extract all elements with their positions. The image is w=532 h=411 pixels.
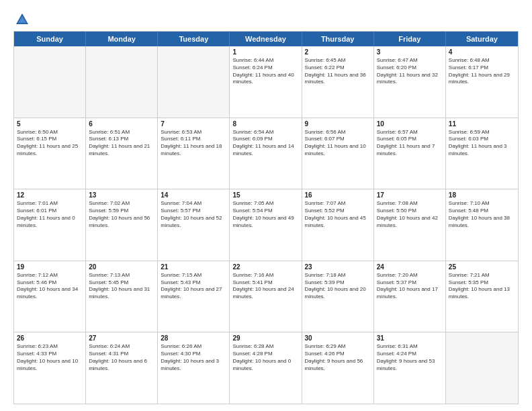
header-day-saturday: Saturday [446, 32, 518, 46]
day-number: 1 [232, 48, 298, 56]
cal-cell: 31Sunrise: 6:31 AMSunset: 4:24 PMDayligh… [374, 332, 446, 404]
cell-info: Sunrise: 6:51 AMSunset: 6:13 PMDaylight:… [89, 129, 154, 158]
header-day-tuesday: Tuesday [158, 32, 230, 46]
cal-cell: 14Sunrise: 7:04 AMSunset: 5:57 PMDayligh… [158, 189, 230, 261]
cal-cell: 13Sunrise: 7:02 AMSunset: 5:59 PMDayligh… [86, 189, 158, 261]
cell-info: Sunrise: 7:10 AMSunset: 5:48 PMDaylight:… [449, 200, 515, 229]
day-number: 18 [449, 191, 515, 199]
cal-cell: 29Sunrise: 6:28 AMSunset: 4:28 PMDayligh… [230, 332, 302, 404]
cell-info: Sunrise: 7:20 AMSunset: 5:37 PMDaylight:… [377, 272, 443, 301]
cell-info: Sunrise: 6:23 AMSunset: 4:33 PMDaylight:… [17, 343, 83, 372]
cell-info: Sunrise: 7:02 AMSunset: 5:59 PMDaylight:… [89, 200, 154, 229]
day-number: 5 [17, 120, 83, 128]
day-number: 20 [89, 263, 154, 271]
cell-info: Sunrise: 6:56 AMSunset: 6:07 PMDaylight:… [305, 129, 371, 158]
day-number: 21 [161, 263, 226, 271]
day-number: 8 [232, 120, 298, 128]
cal-cell: 19Sunrise: 7:12 AMSunset: 5:46 PMDayligh… [14, 261, 86, 332]
cell-info: Sunrise: 7:18 AMSunset: 5:39 PMDaylight:… [305, 272, 371, 301]
cal-cell: 26Sunrise: 6:23 AMSunset: 4:33 PMDayligh… [14, 332, 86, 404]
cal-cell: 2Sunrise: 6:45 AMSunset: 6:22 PMDaylight… [302, 46, 374, 118]
day-number: 31 [377, 334, 443, 342]
day-number: 28 [161, 334, 226, 342]
day-number: 17 [377, 191, 443, 199]
day-number: 15 [232, 191, 298, 199]
day-number: 4 [449, 48, 515, 56]
cal-cell: 12Sunrise: 7:01 AMSunset: 6:01 PMDayligh… [14, 189, 86, 261]
cal-cell [14, 46, 86, 118]
calendar-header: SundayMondayTuesdayWednesdayThursdayFrid… [14, 32, 518, 46]
cal-cell: 1Sunrise: 6:44 AMSunset: 6:24 PMDaylight… [230, 46, 302, 118]
cal-cell: 21Sunrise: 7:15 AMSunset: 5:43 PMDayligh… [158, 261, 230, 332]
day-number: 30 [305, 334, 371, 342]
day-number: 24 [377, 263, 443, 271]
cell-info: Sunrise: 6:47 AMSunset: 6:20 PMDaylight:… [377, 57, 443, 86]
header-day-monday: Monday [86, 32, 158, 46]
cal-cell: 27Sunrise: 6:24 AMSunset: 4:31 PMDayligh… [86, 332, 158, 404]
cell-info: Sunrise: 6:26 AMSunset: 4:30 PMDaylight:… [161, 343, 226, 372]
cal-cell: 20Sunrise: 7:13 AMSunset: 5:45 PMDayligh… [86, 261, 158, 332]
cal-cell: 5Sunrise: 6:50 AMSunset: 6:15 PMDaylight… [14, 118, 86, 189]
cal-cell: 22Sunrise: 7:16 AMSunset: 5:41 PMDayligh… [230, 261, 302, 332]
cal-cell: 3Sunrise: 6:47 AMSunset: 6:20 PMDaylight… [374, 46, 446, 118]
cell-info: Sunrise: 6:31 AMSunset: 4:24 PMDaylight:… [377, 343, 443, 372]
day-number: 2 [305, 48, 371, 56]
cell-info: Sunrise: 7:07 AMSunset: 5:52 PMDaylight:… [305, 200, 371, 229]
cell-info: Sunrise: 6:59 AMSunset: 6:03 PMDaylight:… [449, 129, 515, 158]
cal-cell [86, 46, 158, 118]
cal-cell: 11Sunrise: 6:59 AMSunset: 6:03 PMDayligh… [446, 118, 518, 189]
calendar: SundayMondayTuesdayWednesdayThursdayFrid… [13, 31, 519, 404]
cal-cell: 6Sunrise: 6:51 AMSunset: 6:13 PMDaylight… [86, 118, 158, 189]
cell-info: Sunrise: 7:16 AMSunset: 5:41 PMDaylight:… [232, 272, 298, 301]
cal-week-3: 12Sunrise: 7:01 AMSunset: 6:01 PMDayligh… [14, 189, 518, 261]
cell-info: Sunrise: 6:48 AMSunset: 6:17 PMDaylight:… [449, 57, 515, 86]
cell-info: Sunrise: 6:44 AMSunset: 6:24 PMDaylight:… [232, 57, 298, 86]
cal-week-1: 1Sunrise: 6:44 AMSunset: 6:24 PMDaylight… [14, 46, 518, 118]
cal-cell: 7Sunrise: 6:53 AMSunset: 6:11 PMDaylight… [158, 118, 230, 189]
calendar-body: 1Sunrise: 6:44 AMSunset: 6:24 PMDaylight… [14, 46, 518, 404]
day-number: 13 [89, 191, 154, 199]
cell-info: Sunrise: 7:12 AMSunset: 5:46 PMDaylight:… [17, 272, 83, 301]
day-number: 29 [232, 334, 298, 342]
day-number: 23 [305, 263, 371, 271]
day-number: 12 [17, 191, 83, 199]
cell-info: Sunrise: 7:21 AMSunset: 5:35 PMDaylight:… [449, 272, 515, 301]
day-number: 10 [377, 120, 443, 128]
cal-cell: 15Sunrise: 7:05 AMSunset: 5:54 PMDayligh… [230, 189, 302, 261]
cell-info: Sunrise: 6:45 AMSunset: 6:22 PMDaylight:… [305, 57, 371, 86]
day-number: 25 [449, 263, 515, 271]
cell-info: Sunrise: 7:15 AMSunset: 5:43 PMDaylight:… [161, 272, 226, 301]
day-number: 22 [232, 263, 298, 271]
cell-info: Sunrise: 7:01 AMSunset: 6:01 PMDaylight:… [17, 200, 83, 229]
cal-cell: 8Sunrise: 6:54 AMSunset: 6:09 PMDaylight… [230, 118, 302, 189]
cell-info: Sunrise: 6:53 AMSunset: 6:11 PMDaylight:… [161, 129, 226, 158]
cal-cell: 10Sunrise: 6:57 AMSunset: 6:05 PMDayligh… [374, 118, 446, 189]
cal-cell: 16Sunrise: 7:07 AMSunset: 5:52 PMDayligh… [302, 189, 374, 261]
cell-info: Sunrise: 6:28 AMSunset: 4:28 PMDaylight:… [232, 343, 298, 372]
cell-info: Sunrise: 6:29 AMSunset: 4:26 PMDaylight:… [305, 343, 371, 372]
day-number: 27 [89, 334, 154, 342]
day-number: 26 [17, 334, 83, 342]
cal-cell: 23Sunrise: 7:18 AMSunset: 5:39 PMDayligh… [302, 261, 374, 332]
header-day-wednesday: Wednesday [230, 32, 302, 46]
cal-cell: 25Sunrise: 7:21 AMSunset: 5:35 PMDayligh… [446, 261, 518, 332]
cal-cell: 17Sunrise: 7:08 AMSunset: 5:50 PMDayligh… [374, 189, 446, 261]
cell-info: Sunrise: 6:50 AMSunset: 6:15 PMDaylight:… [17, 129, 83, 158]
day-number: 16 [305, 191, 371, 199]
cell-info: Sunrise: 6:24 AMSunset: 4:31 PMDaylight:… [89, 343, 154, 372]
cal-cell [446, 332, 518, 404]
header [13, 12, 519, 24]
page: SundayMondayTuesdayWednesdayThursdayFrid… [0, 0, 532, 411]
day-number: 6 [89, 120, 154, 128]
day-number: 11 [449, 120, 515, 128]
cell-info: Sunrise: 7:04 AMSunset: 5:57 PMDaylight:… [161, 200, 226, 229]
cal-week-4: 19Sunrise: 7:12 AMSunset: 5:46 PMDayligh… [14, 261, 518, 333]
cal-cell: 4Sunrise: 6:48 AMSunset: 6:17 PMDaylight… [446, 46, 518, 118]
cal-cell: 18Sunrise: 7:10 AMSunset: 5:48 PMDayligh… [446, 189, 518, 261]
cal-cell [158, 46, 230, 118]
day-number: 19 [17, 263, 83, 271]
header-day-thursday: Thursday [302, 32, 374, 46]
day-number: 9 [305, 120, 371, 128]
day-number: 7 [161, 120, 226, 128]
day-number: 14 [161, 191, 226, 199]
